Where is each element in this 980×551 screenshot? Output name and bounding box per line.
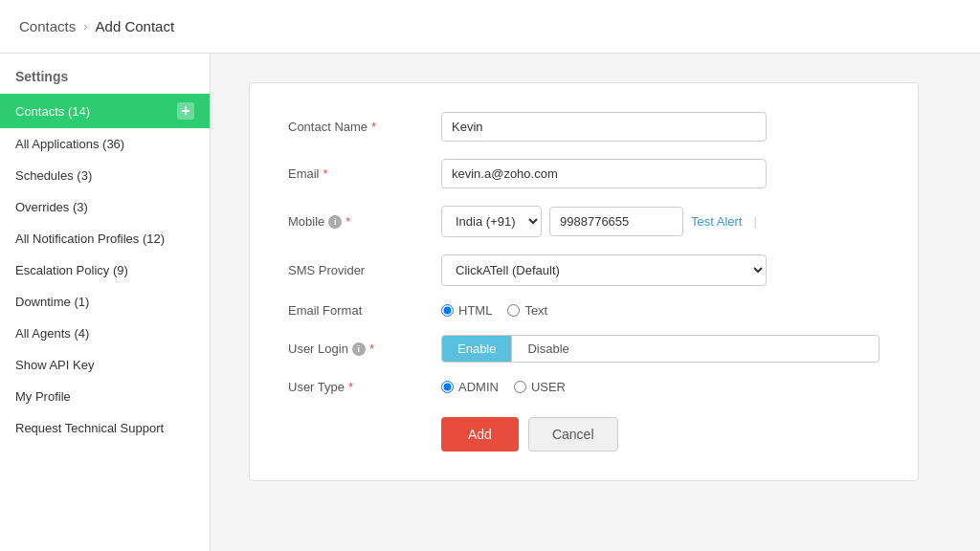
mobile-label: Mobile i * [288,214,441,229]
user-login-row: User Login i * Enable Disable [288,335,880,363]
divider: | [753,214,756,229]
sms-provider-select[interactable]: ClickATell (Default) [441,254,767,286]
required-indicator: * [348,380,353,394]
required-indicator: * [371,120,376,134]
enable-button[interactable]: Enable [442,336,512,362]
sidebar-item-label: Request Technical Support [15,421,164,435]
sidebar-item-label: Overrides (3) [15,200,88,214]
sidebar-item-label: All Agents (4) [15,326,89,341]
email-format-label: Email Format [288,303,441,318]
sidebar-item-show-api-key[interactable]: Show API Key [0,349,210,381]
breadcrumb: Contacts › Add Contact [19,18,174,34]
sidebar-item-all-agents[interactable]: All Agents (4) [0,318,210,349]
sms-provider-label: SMS Provider [288,263,441,277]
user-login-control: Enable Disable [441,335,880,363]
plus-icon[interactable]: + [177,102,194,120]
form-panel: Contact Name * Email * [249,82,919,481]
email-label: Email * [288,166,441,181]
user-login-label: User Login i * [288,342,441,356]
user-type-control: ADMIN USER [441,380,880,394]
sidebar-item-all-applications[interactable]: All Applications (36) [0,128,210,160]
sidebar-item-schedules[interactable]: Schedules (3) [0,160,210,191]
contact-name-label: Contact Name * [288,120,441,134]
email-format-html-radio[interactable] [441,304,454,317]
user-type-user-label[interactable]: USER [514,380,566,394]
sidebar-item-label: All Notification Profiles (12) [15,231,165,246]
cancel-button[interactable]: Cancel [528,417,618,452]
top-bar: Contacts › Add Contact [0,0,980,54]
disable-button[interactable]: Disable [512,336,584,362]
sidebar-item-contacts[interactable]: Contacts (14) + [0,94,210,128]
required-indicator: * [369,342,374,356]
breadcrumb-current: Add Contact [96,18,175,34]
sms-provider-control: ClickATell (Default) [441,254,880,286]
sidebar-item-label: Schedules (3) [15,168,92,183]
breadcrumb-root[interactable]: Contacts [19,18,76,34]
sidebar-item-technical-support[interactable]: Request Technical Support [0,412,210,444]
mobile-control: India (+91) USA (+1) UK (+44) Test Alert… [441,206,880,237]
email-format-row: Email Format HTML Text [288,303,880,318]
sidebar-item-downtime[interactable]: Downtime (1) [0,286,210,318]
content-area: Contact Name * Email * [211,54,980,551]
sidebar-item-notification-profiles[interactable]: All Notification Profiles (12) [0,223,210,254]
email-row: Email * [288,159,880,188]
add-button[interactable]: Add [441,417,519,452]
user-type-row: User Type * ADMIN USER [288,380,880,394]
email-format-html-label[interactable]: HTML [441,303,492,318]
contact-name-row: Contact Name * [288,112,880,142]
sidebar-item-escalation-policy[interactable]: Escalation Policy (9) [0,254,210,286]
user-type-admin-radio[interactable] [441,381,454,393]
form-actions: Add Cancel [288,417,880,452]
sidebar-item-label: Downtime (1) [15,295,89,309]
email-format-text-radio[interactable] [507,304,520,317]
sidebar-item-label: Contacts (14) [15,104,90,119]
user-type-label: User Type * [288,380,441,394]
sidebar: Settings Contacts (14) + All Application… [0,54,211,551]
sidebar-item-label: All Applications (36) [15,137,124,151]
sms-provider-row: SMS Provider ClickATell (Default) [288,254,880,286]
user-login-info-icon[interactable]: i [352,342,366,356]
email-control [441,159,880,188]
email-format-control: HTML Text [441,303,880,318]
sidebar-item-my-profile[interactable]: My Profile [0,381,210,412]
email-format-text-label[interactable]: Text [507,303,547,318]
sidebar-item-label: Show API Key [15,358,94,372]
breadcrumb-separator: › [83,19,87,33]
mobile-info-icon[interactable]: i [328,215,342,229]
sidebar-header: Settings [0,69,210,94]
required-indicator: * [345,214,350,229]
sidebar-item-label: Escalation Policy (9) [15,263,128,277]
user-login-toggle-group: Enable Disable [441,335,880,363]
mobile-country-select[interactable]: India (+91) USA (+1) UK (+44) [441,206,542,237]
contact-name-input[interactable] [441,112,767,142]
user-type-user-radio[interactable] [514,381,526,393]
mobile-row: Mobile i * India (+91) USA (+1) UK (+44)… [288,206,880,237]
mobile-number-input[interactable] [549,207,683,236]
email-input[interactable] [441,159,767,188]
user-type-admin-label[interactable]: ADMIN [441,380,499,394]
contact-name-control [441,112,880,142]
required-indicator: * [323,166,328,181]
sidebar-item-overrides[interactable]: Overrides (3) [0,191,210,223]
sidebar-item-label: My Profile [15,389,71,404]
test-alert-link[interactable]: Test Alert [691,214,742,229]
